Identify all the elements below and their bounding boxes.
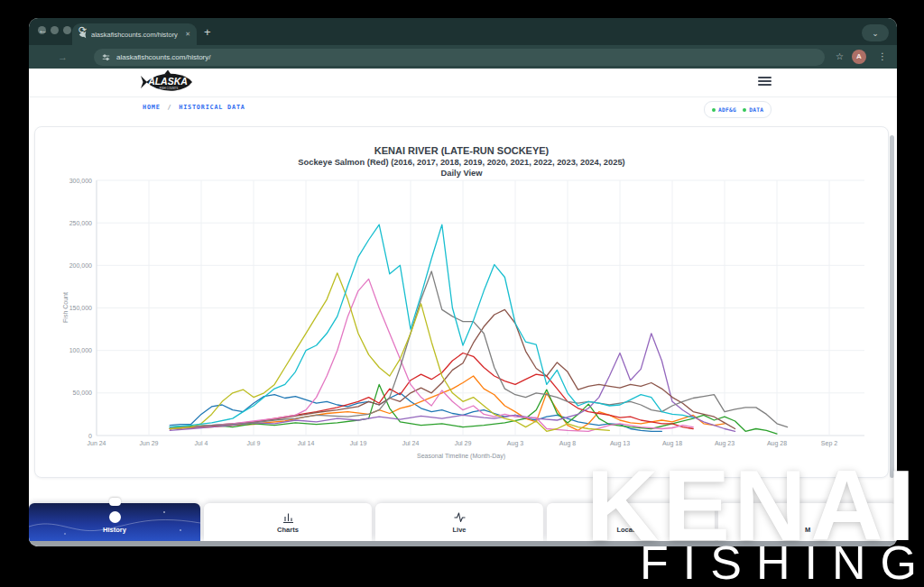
screenshot-stage: alaskafishcounts.com/history ✕ + ⌄ ← → ⟳… (0, 0, 924, 587)
tab-close-icon[interactable]: ✕ (185, 31, 190, 38)
history-dot-icon (109, 511, 121, 523)
traffic-light-minimize[interactable] (51, 26, 59, 34)
tab-charts-label: Charts (277, 526, 299, 534)
watermark-fishing: FISHING (640, 539, 924, 586)
breadcrumb-separator: / (167, 104, 171, 111)
adfg-badge: ADF&G (712, 106, 736, 113)
chart-subtitle: Sockeye Salmon (Red) (2016, 2017, 2018, … (34, 158, 889, 167)
breadcrumb: HOME / HISTORICAL DATA (143, 104, 245, 111)
profile-avatar[interactable]: A (852, 50, 866, 64)
breadcrumb-home-link[interactable]: HOME (143, 104, 161, 111)
tab-title: alaskafishcounts.com/history (91, 31, 180, 39)
header-divider (29, 96, 897, 97)
page-scrollbar[interactable] (890, 135, 894, 478)
chart-card (34, 126, 889, 478)
alaska-fish-logo-icon: ALASKA FISH COUNTS (141, 70, 192, 91)
hamburger-menu-icon[interactable] (758, 77, 772, 86)
traffic-light-zoom[interactable] (63, 26, 71, 34)
tab-charts[interactable]: Charts (204, 503, 372, 541)
chart-titles: KENAI RIVER (LATE-RUN SOCKEYE) Sockeye S… (34, 145, 889, 178)
breadcrumb-current[interactable]: HISTORICAL DATA (179, 104, 245, 111)
data-source-badges: ADF&G DATA (704, 101, 772, 118)
new-tab-icon[interactable]: + (204, 25, 211, 39)
browser-tab-strip: alaskafishcounts.com/history ✕ + ⌄ (29, 18, 897, 45)
site-logo[interactable]: ALASKA FISH COUNTS (139, 69, 197, 95)
browser-tab[interactable]: alaskafishcounts.com/history ✕ (72, 23, 197, 45)
browser-menu-icon[interactable]: ⋮ (878, 45, 887, 69)
back-icon[interactable]: ← (38, 18, 48, 41)
active-tab-notch (109, 498, 121, 506)
logo-text: ALASKA (147, 76, 188, 87)
tab-live[interactable]: Live (375, 503, 543, 541)
logo-subtext: FISH COUNTS (160, 87, 178, 90)
bookmark-star-icon[interactable]: ☆ (836, 45, 844, 69)
data-badge: DATA (743, 106, 763, 113)
status-dot-icon (743, 108, 746, 112)
status-dot-icon (712, 108, 716, 112)
forward-icon[interactable]: → (58, 45, 68, 69)
chart-title: KENAI RIVER (LATE-RUN SOCKEYE) (34, 145, 889, 156)
url-text: alaskafishcounts.com/history/ (116, 53, 211, 61)
tab-history-label: History (103, 526, 126, 534)
tab-search-chevron-icon[interactable]: ⌄ (862, 24, 889, 41)
bar-chart-icon (282, 511, 294, 523)
tab-live-label: Live (452, 526, 466, 534)
site-settings-icon[interactable] (102, 53, 110, 61)
chart-view-label: Daily View (34, 169, 889, 178)
pulse-icon (454, 511, 466, 523)
reload-icon[interactable]: ⟳ (79, 18, 87, 41)
url-bar[interactable]: alaskafishcounts.com/history/ (94, 49, 825, 66)
tab-history[interactable]: History (29, 503, 200, 541)
